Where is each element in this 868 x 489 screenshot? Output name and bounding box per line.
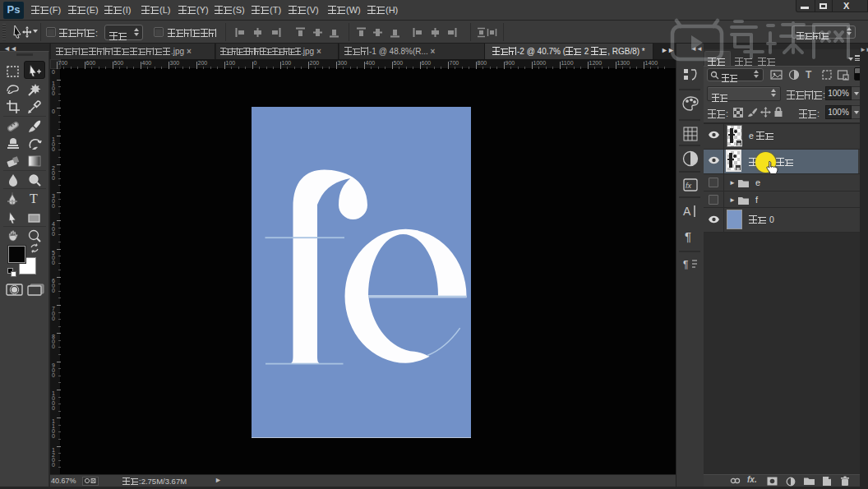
svg-text:¶: ¶ <box>683 259 688 270</box>
svg-text:fx: fx <box>686 182 692 190</box>
svg-text:T: T <box>30 191 38 205</box>
svg-text:A: A <box>683 205 691 218</box>
svg-text:¶: ¶ <box>685 229 691 243</box>
